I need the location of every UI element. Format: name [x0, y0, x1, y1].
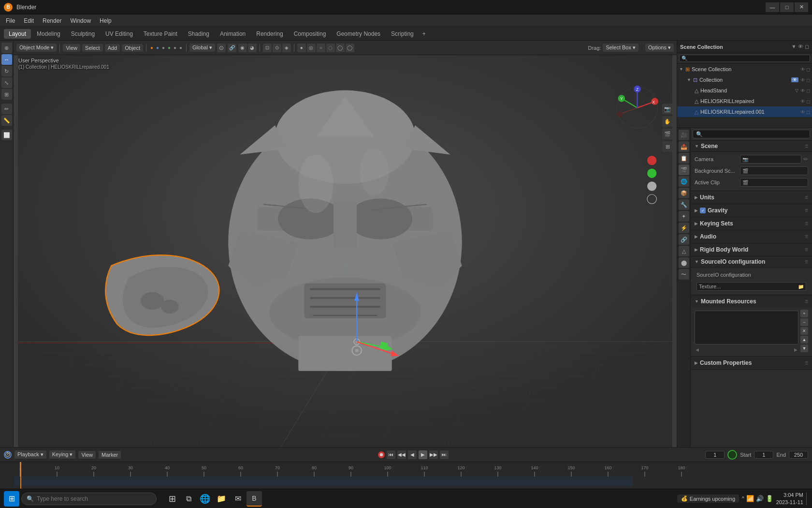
earnings-notification[interactable]: 💰 Earnings upcoming [677, 494, 739, 503]
taskbar-edge[interactable]: 🌐 [197, 491, 213, 507]
scene-select[interactable]: ◻ [806, 67, 810, 72]
mr-clear-btn[interactable]: ✕ [800, 327, 808, 335]
proportional-edit[interactable]: ◉ [238, 44, 247, 52]
rotate-tool[interactable]: ↻ [1, 66, 12, 76]
camera-field[interactable]: 📷 [740, 155, 801, 164]
mr-menu[interactable]: ☰ [805, 299, 808, 304]
sourceio-menu[interactable]: ☰ [805, 260, 808, 264]
prop-object-tab[interactable]: 📦 [679, 188, 689, 198]
mounted-resources-header[interactable]: ▼ Mounted Resources ☰ [691, 295, 812, 308]
drag-mode-dropdown[interactable]: Select Box ▾ [603, 44, 638, 52]
background-sc-field[interactable]: 🎬 [740, 166, 808, 175]
filter-icon[interactable]: ▼ [791, 44, 797, 50]
outliner-headstand[interactable]: △ HeadStand ▽ 👁 ◻ [677, 85, 812, 96]
view-menu-tl[interactable]: View [78, 451, 96, 459]
taskbar-explorer[interactable]: 📁 [214, 491, 229, 507]
tab-compositing[interactable]: Compositing [289, 29, 331, 39]
jump-end-btn[interactable]: ⏭ [440, 450, 449, 459]
tab-layout[interactable]: Layout [4, 29, 31, 39]
wireframe-overlay[interactable]: ⊡ [263, 44, 272, 52]
maximize-button[interactable]: □ [780, 2, 794, 12]
tab-modeling[interactable]: Modeling [32, 29, 65, 39]
marker-menu[interactable]: Marker [99, 451, 121, 459]
play-btn[interactable]: ▶ [419, 450, 427, 459]
show-desktop-btn[interactable] [806, 493, 808, 505]
audio-menu[interactable]: ☰ [805, 235, 808, 239]
jump-start-btn[interactable]: ⏮ [387, 450, 395, 459]
camera-edit-btn[interactable]: ✏ [803, 156, 808, 163]
mr-next-btn[interactable]: ▶ [794, 347, 798, 352]
annotate-tool[interactable]: ✏ [1, 104, 12, 114]
scale-tool[interactable]: ⤡ [1, 77, 12, 88]
solid-shading[interactable]: ● [297, 44, 306, 52]
menu-item-file[interactable]: File [2, 16, 19, 25]
taskbar-search[interactable]: 🔍 [21, 493, 157, 505]
object-mode-dropdown[interactable]: Object Mode ▾ [16, 44, 57, 52]
helioskrill001-hide[interactable]: 👁 [800, 109, 805, 115]
extra-options1[interactable]: ◯ [336, 44, 345, 52]
menu-item-help[interactable]: Help [96, 16, 116, 25]
tab-texture-paint[interactable]: Texture Paint [139, 29, 182, 39]
snap-toggle[interactable]: 🔗 [228, 44, 236, 52]
pan-view-btn[interactable]: ✋ [662, 116, 673, 127]
tray-chevron[interactable]: ^ [742, 496, 744, 501]
headstand-select[interactable]: ◻ [806, 88, 810, 93]
tab-animation[interactable]: Animation [215, 29, 250, 39]
mr-add-btn[interactable]: + [800, 310, 808, 317]
collection-select[interactable]: ◻ [806, 77, 810, 83]
units-menu[interactable]: ☰ [805, 195, 808, 200]
movie-clip-btn[interactable]: 🎬 [662, 129, 673, 139]
xray-toggle[interactable]: ◈ [282, 44, 291, 52]
pivot-center[interactable]: ⊙ [217, 44, 226, 52]
mr-down-btn[interactable]: ▼ [800, 344, 808, 352]
transform-tool[interactable]: ⊞ [1, 89, 12, 100]
custom-props-menu[interactable]: ☰ [805, 361, 808, 365]
tray-battery[interactable]: 🔋 [766, 495, 773, 502]
keying-sets-header[interactable]: ▶ Keying Sets ☰ [691, 217, 812, 230]
scene-hide[interactable]: 👁 [800, 67, 805, 72]
rigid-body-header[interactable]: ▶ Rigid Body World ☰ [691, 243, 812, 256]
menu-item-render[interactable]: Render [39, 16, 65, 25]
reverse-play-btn[interactable]: ◀ [408, 450, 417, 459]
prop-render-tab[interactable]: 🎥 [679, 130, 689, 140]
custom-props-header[interactable]: ▶ Custom Properties ☰ [691, 357, 812, 369]
search-input[interactable] [37, 495, 151, 502]
outliner-helioskrill-001[interactable]: △ HELIOSKRILLrepaired.001 👁 ◻ [677, 106, 812, 117]
tab-geometry-nodes[interactable]: Geometry Nodes [332, 29, 385, 39]
add-cube-tool[interactable]: ⬜ [1, 130, 12, 140]
material-shading[interactable]: ◎ [307, 44, 316, 52]
units-header[interactable]: ▶ Units ☰ [691, 191, 812, 204]
gravity-menu[interactable]: ☰ [805, 209, 808, 213]
tab-scripting[interactable]: Scripting [386, 29, 419, 39]
show-overlays[interactable]: ⊙ [273, 44, 281, 52]
view-menu[interactable]: View [63, 44, 80, 52]
taskbar-blender[interactable]: B [246, 491, 262, 507]
rendered-shading[interactable]: ○ [317, 44, 325, 52]
prop-objdata-tab[interactable]: △ [679, 246, 689, 256]
outliner-helioskrill[interactable]: △ HELIOSKRILLrepaired 👁 ◻ [677, 96, 812, 106]
sourceio-section-header[interactable]: ▼ SourceIO configuration ☰ [691, 256, 812, 268]
prop-constraint-tab[interactable]: 🔗 [679, 234, 689, 245]
prop-scene-tab[interactable]: 🎬 [679, 164, 689, 175]
end-frame-input[interactable]: 250 [789, 451, 808, 459]
extra-options2[interactable]: ◯ [346, 44, 354, 52]
outliner-scene-collection[interactable]: ▼ ⊞ Scene Collection 👁 ◻ [677, 64, 812, 75]
taskbar-widgets[interactable]: ⊞ [164, 491, 180, 507]
select-icon[interactable]: ◻ [805, 44, 809, 50]
menu-item-edit[interactable]: Edit [20, 16, 38, 25]
start-frame-input[interactable]: 1 [754, 451, 773, 459]
outliner-collection[interactable]: ▼ ⊡ Collection 👁 👁 ◻ [677, 75, 812, 85]
prop-output-tab[interactable]: 📤 [679, 141, 689, 152]
tab-shading[interactable]: Shading [183, 29, 214, 39]
audio-header[interactable]: ▶ Audio ☰ [691, 230, 812, 243]
tab-sculpting[interactable]: Sculpting [66, 29, 100, 39]
viewport[interactable]: Object Mode ▾ View Select Add Object ● ●… [14, 41, 677, 447]
hide-icon[interactable]: 👁 [798, 44, 803, 50]
prop-search-input[interactable] [693, 130, 810, 138]
cursor-tool[interactable]: ⊕ [1, 43, 12, 53]
timeline-icon[interactable]: ⏱ [4, 451, 12, 459]
tab-rendering[interactable]: Rendering [251, 29, 288, 39]
step-fwd-btn[interactable]: ▶▶ [429, 450, 438, 459]
prop-physics-tab[interactable]: ⚡ [679, 223, 689, 233]
helioskrill001-select[interactable]: ◻ [806, 109, 810, 115]
